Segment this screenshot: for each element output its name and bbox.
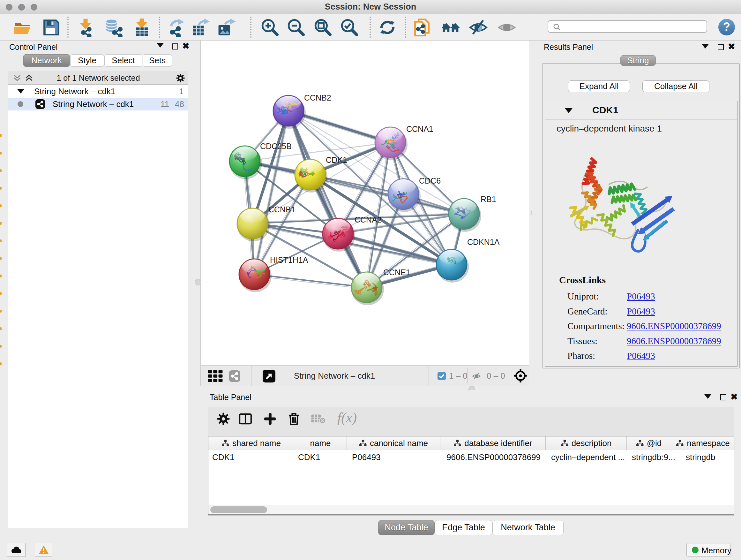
- svg-text:CDC25B: CDC25B: [260, 142, 292, 151]
- svg-text:CCNA2: CCNA2: [354, 215, 382, 224]
- svg-text:HIST1H1A: HIST1H1A: [270, 255, 308, 264]
- svg-text:CDC6: CDC6: [419, 176, 441, 185]
- svg-text:CCNE1: CCNE1: [383, 268, 410, 277]
- svg-text:RB1: RB1: [481, 195, 496, 204]
- svg-text:CCNB2: CCNB2: [304, 93, 331, 102]
- svg-text:CCNB1: CCNB1: [268, 205, 295, 214]
- svg-text:CDK1: CDK1: [326, 155, 347, 165]
- svg-text:CCNA1: CCNA1: [406, 125, 433, 133]
- svg-text:CDKN1A: CDKN1A: [467, 238, 500, 246]
